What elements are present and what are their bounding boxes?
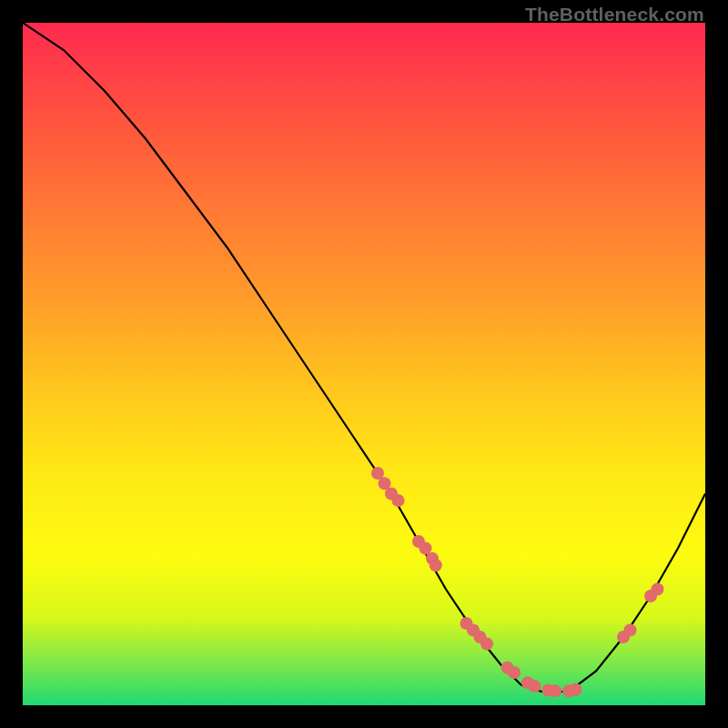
data-point (652, 583, 664, 596)
data-point (430, 559, 442, 571)
data-point (508, 666, 521, 679)
data-point (570, 683, 582, 696)
data-point (480, 638, 493, 651)
data-point (624, 624, 637, 637)
chart-overlay (23, 23, 705, 705)
bottleneck-chart (23, 23, 705, 705)
data-point (529, 680, 541, 693)
data-points (371, 467, 664, 697)
bottleneck-curve (23, 23, 705, 692)
watermark-text: TheBottleneck.com (525, 4, 704, 25)
data-point (549, 684, 561, 697)
data-point (392, 494, 405, 507)
